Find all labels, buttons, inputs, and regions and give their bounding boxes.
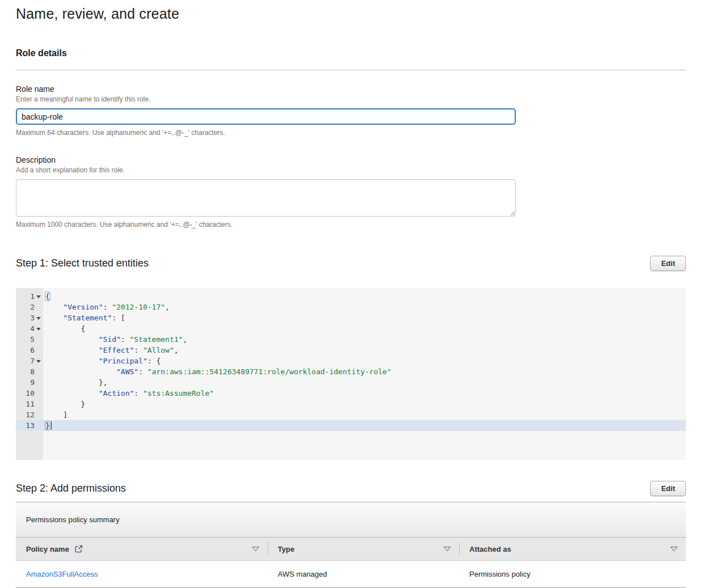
column-header-attached-as[interactable]: Attached as [459, 538, 686, 560]
line-number: 1 [16, 291, 43, 302]
table-cell: AWS managed [268, 570, 459, 578]
column-label: Policy name [26, 545, 69, 553]
line-number: 10 [16, 388, 43, 399]
role-name-field: Role name Enter a meaningful name to ide… [16, 84, 686, 137]
editor-line: 1{ [16, 291, 686, 302]
line-number: 8 [16, 366, 43, 377]
code-text: { [43, 323, 85, 334]
fold-arrow-icon[interactable] [36, 360, 41, 363]
code-text: ] [43, 409, 67, 420]
editor-line: 4 { [16, 323, 686, 334]
description-constraint: Maximum 1000 characters. Use alphanumeri… [16, 221, 686, 229]
step1-heading: Step 1: Select trusted entities [16, 257, 149, 269]
step1-section-header: Step 1: Select trusted entities Edit [16, 256, 686, 271]
column-header-type[interactable]: Type [268, 538, 459, 560]
policy-editor[interactable]: 1{2 "Version": "2012-10-17",3 "Statement… [16, 288, 686, 460]
editor-line: 6 "Effect": "Allow", [16, 345, 686, 356]
code-text: }, [43, 377, 108, 388]
table-cell: AmazonS3FullAccess [16, 570, 268, 578]
column-header-policy-name[interactable]: Policy name [16, 538, 268, 560]
text-cursor [51, 421, 52, 430]
editor-line: 5 "Sid": "Statement1", [16, 334, 686, 345]
sort-down-icon[interactable] [670, 546, 678, 552]
page-title: Name, review, and create [16, 6, 686, 22]
line-number: 6 [16, 345, 43, 356]
code-text: } [43, 399, 85, 409]
description-label: Description [16, 155, 686, 164]
step2-edit-button[interactable]: Edit [650, 481, 686, 496]
code-text: "Principal": { [43, 356, 161, 366]
editor-line: 11 } [16, 399, 686, 409]
fold-arrow-icon[interactable] [36, 317, 41, 320]
fold-arrow-icon[interactable] [36, 295, 41, 298]
step1-edit-button[interactable]: Edit [650, 256, 686, 271]
editor-line: 9 }, [16, 377, 686, 388]
code-text: "Action": "sts:AssumeRole" [43, 388, 214, 399]
description-textarea[interactable] [16, 179, 516, 217]
sort-down-icon[interactable] [443, 546, 451, 552]
line-number: 2 [16, 302, 43, 312]
line-number: 7 [16, 356, 43, 366]
policies-table-body: AmazonS3FullAccessAWS managedPermissions… [16, 561, 686, 588]
column-label: Type [278, 545, 294, 553]
step2-section-header: Step 2: Add permissions Edit [16, 481, 686, 496]
permissions-summary-title: Permissions policy summary [16, 502, 686, 538]
line-number: 9 [16, 377, 43, 388]
editor-line: 13} [16, 420, 686, 431]
fold-arrow-icon[interactable] [36, 328, 41, 331]
external-link-icon [75, 545, 83, 553]
role-name-help: Enter a meaningful name to identify this… [16, 95, 686, 103]
policy-name-link[interactable]: AmazonS3FullAccess [26, 570, 97, 578]
code-text: "AWS": "arn:aws:iam::541263489771:role/w… [43, 366, 392, 377]
policies-table-header: Policy nameTypeAttached as [16, 538, 686, 561]
step2-heading: Step 2: Add permissions [16, 483, 126, 494]
description-help: Add a short explanation for this role. [16, 166, 686, 174]
table-row: AmazonS3FullAccessAWS managedPermissions… [16, 561, 686, 588]
description-field: Description Add a short explanation for … [16, 155, 686, 229]
code-text: "Statement": [ [43, 312, 125, 323]
role-details-heading: Role details [16, 48, 686, 58]
editor-line: 7 "Principal": { [16, 356, 686, 366]
code-text: "Effect": "Allow", [43, 345, 179, 356]
code-text: } [43, 420, 52, 431]
line-number: 12 [16, 409, 43, 420]
create-role-review-page: Name, review, and create Role details Ro… [0, 0, 704, 588]
permissions-summary-panel: Permissions policy summary Policy nameTy… [16, 502, 686, 588]
role-name-label: Role name [16, 84, 686, 94]
policy-editor-lines: 1{2 "Version": "2012-10-17",3 "Statement… [16, 288, 686, 431]
line-number: 5 [16, 334, 43, 345]
editor-line: 3 "Statement": [ [16, 312, 686, 323]
line-number: 4 [16, 323, 43, 334]
line-number: 13 [16, 420, 43, 431]
column-label: Attached as [469, 545, 511, 553]
table-cell: Permissions policy [459, 570, 686, 578]
editor-line: 2 "Version": "2012-10-17", [16, 302, 686, 312]
editor-line: 8 "AWS": "arn:aws:iam::541263489771:role… [16, 366, 686, 377]
code-text: "Sid": "Statement1", [43, 334, 187, 345]
code-text: { [43, 291, 50, 302]
line-number: 11 [16, 399, 43, 409]
sort-down-icon[interactable] [252, 546, 260, 552]
code-text: "Version": "2012-10-17", [43, 302, 169, 312]
editor-line: 12 ] [16, 409, 686, 420]
role-name-input[interactable] [16, 108, 516, 125]
line-number: 3 [16, 312, 43, 323]
role-name-constraint: Maximum 64 characters. Use alphanumeric … [16, 129, 686, 137]
divider [16, 70, 686, 70]
editor-line: 10 "Action": "sts:AssumeRole" [16, 388, 686, 399]
